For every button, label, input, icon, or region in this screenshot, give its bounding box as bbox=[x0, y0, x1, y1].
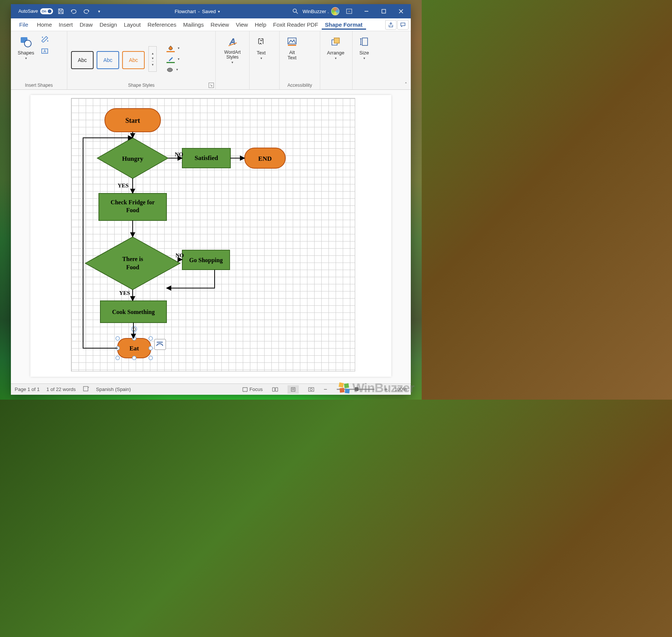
tab-help[interactable]: Help bbox=[251, 20, 270, 30]
language-indicator[interactable]: Spanish (Spain) bbox=[96, 386, 131, 392]
shape-effects-button[interactable]: ▾ bbox=[166, 67, 180, 73]
titlebar: AutoSave On ▾ Flowchart - Saved ▾ WinBuz… bbox=[11, 4, 411, 18]
style-thumb-3[interactable]: Abc bbox=[122, 51, 145, 69]
size-button[interactable]: Size▾ bbox=[356, 33, 372, 62]
wordart-styles-button[interactable]: A WordArt Styles▾ bbox=[219, 33, 245, 66]
word-window: AutoSave On ▾ Flowchart - Saved ▾ WinBuz… bbox=[11, 4, 411, 395]
document-title: Flowchart bbox=[175, 9, 196, 14]
svg-rect-60 bbox=[243, 388, 247, 391]
title-dropdown-icon[interactable]: ▾ bbox=[218, 9, 220, 14]
svg-rect-67 bbox=[344, 383, 349, 388]
read-mode-icon[interactable] bbox=[269, 385, 281, 394]
minimize-button[interactable] bbox=[359, 4, 374, 18]
svg-point-9 bbox=[167, 68, 173, 72]
shapes-button[interactable]: Shapes▾ bbox=[15, 33, 37, 62]
shape-styles-group-label: Shape Styles bbox=[71, 82, 212, 89]
save-state: Saved bbox=[202, 9, 216, 14]
zoom-out-icon[interactable]: − bbox=[324, 386, 327, 393]
svg-point-0 bbox=[293, 9, 297, 12]
svg-rect-11 bbox=[288, 38, 296, 44]
shape-outline-button[interactable]: ▾ bbox=[166, 56, 180, 63]
alt-text-button[interactable]: AltText bbox=[283, 33, 301, 62]
web-layout-icon[interactable] bbox=[306, 385, 317, 394]
word-count[interactable]: 1 of 22 words bbox=[47, 386, 76, 392]
dialog-launcher-icon[interactable]: ↘ bbox=[209, 83, 214, 88]
svg-rect-61 bbox=[291, 388, 295, 391]
share-icon[interactable] bbox=[385, 20, 397, 30]
save-icon[interactable] bbox=[56, 6, 66, 16]
proofing-icon[interactable] bbox=[83, 386, 89, 393]
drawing-canvas[interactable] bbox=[71, 98, 355, 371]
insert-shapes-group-label: Insert Shapes bbox=[15, 82, 63, 89]
autosave-label: AutoSave bbox=[18, 9, 38, 14]
page-indicator[interactable]: Page 1 of 1 bbox=[15, 386, 40, 392]
tab-references[interactable]: References bbox=[144, 20, 180, 30]
ribbon-tabs: File Home Insert Draw Design Layout Refe… bbox=[11, 18, 411, 31]
tab-design[interactable]: Design bbox=[96, 20, 121, 30]
shape-style-gallery[interactable]: Abc Abc Abc bbox=[71, 47, 145, 69]
tab-file[interactable]: File bbox=[14, 20, 33, 30]
svg-point-6 bbox=[47, 41, 48, 42]
text-button[interactable]: Text▾ bbox=[253, 33, 269, 62]
document-area[interactable]: Start Hungry Satisfied END Check Fridge … bbox=[11, 90, 411, 383]
gallery-more-icon[interactable]: ▴▾▾ bbox=[148, 46, 157, 72]
comments-icon[interactable] bbox=[397, 20, 409, 30]
svg-rect-68 bbox=[339, 388, 344, 392]
page: Start Hungry Satisfied END Check Fridge … bbox=[30, 95, 391, 377]
text-box-icon[interactable]: A bbox=[41, 48, 49, 56]
ribbon-panel: Shapes▾ A Insert Shapes Abc Abc Abc ▴▾▾ … bbox=[11, 31, 411, 90]
tab-shape-format[interactable]: Shape Format bbox=[322, 20, 366, 30]
svg-rect-15 bbox=[362, 38, 368, 45]
tab-layout[interactable]: Layout bbox=[120, 20, 144, 30]
style-thumb-2[interactable]: Abc bbox=[97, 51, 119, 69]
tab-view[interactable]: View bbox=[232, 20, 251, 30]
autosave-toggle[interactable]: AutoSave On bbox=[18, 8, 53, 14]
watermark: WinBuzzer bbox=[338, 380, 414, 395]
svg-point-4 bbox=[24, 40, 31, 47]
account-avatar-icon[interactable] bbox=[331, 7, 339, 15]
redo-icon[interactable] bbox=[82, 6, 91, 16]
tab-foxit[interactable]: Foxit Reader PDF bbox=[270, 20, 322, 30]
svg-point-65 bbox=[310, 388, 312, 391]
tab-home[interactable]: Home bbox=[33, 20, 55, 30]
accessibility-group-label: Accessibility bbox=[283, 82, 316, 89]
tab-review[interactable]: Review bbox=[207, 20, 232, 30]
arrange-button[interactable]: Arrange▾ bbox=[324, 33, 347, 62]
tab-draw[interactable]: Draw bbox=[76, 20, 96, 30]
svg-rect-14 bbox=[334, 38, 339, 43]
close-button[interactable] bbox=[394, 4, 409, 18]
tab-mailings[interactable]: Mailings bbox=[180, 20, 207, 30]
svg-text:A: A bbox=[44, 49, 46, 53]
focus-mode[interactable]: Focus bbox=[242, 386, 263, 392]
edit-shape-icon[interactable] bbox=[41, 36, 49, 44]
shape-fill-button[interactable]: ▾ bbox=[166, 45, 180, 52]
account-name[interactable]: WinBuzzer . bbox=[303, 9, 329, 14]
collapse-ribbon-icon[interactable]: ˄ bbox=[405, 82, 407, 87]
search-icon[interactable] bbox=[291, 6, 300, 16]
maximize-button[interactable] bbox=[376, 4, 391, 18]
svg-point-5 bbox=[42, 37, 43, 38]
svg-rect-2 bbox=[382, 9, 386, 13]
tab-insert[interactable]: Insert bbox=[55, 20, 76, 30]
svg-rect-59 bbox=[83, 386, 88, 391]
style-thumb-1[interactable]: Abc bbox=[71, 51, 94, 69]
svg-rect-12 bbox=[288, 45, 296, 46]
svg-rect-66 bbox=[339, 382, 344, 388]
ribbon-display-icon[interactable] bbox=[342, 4, 357, 18]
qat-more-icon[interactable]: ▾ bbox=[94, 6, 104, 16]
print-layout-icon[interactable] bbox=[288, 385, 299, 394]
svg-rect-69 bbox=[345, 388, 350, 393]
undo-icon[interactable] bbox=[69, 6, 79, 16]
